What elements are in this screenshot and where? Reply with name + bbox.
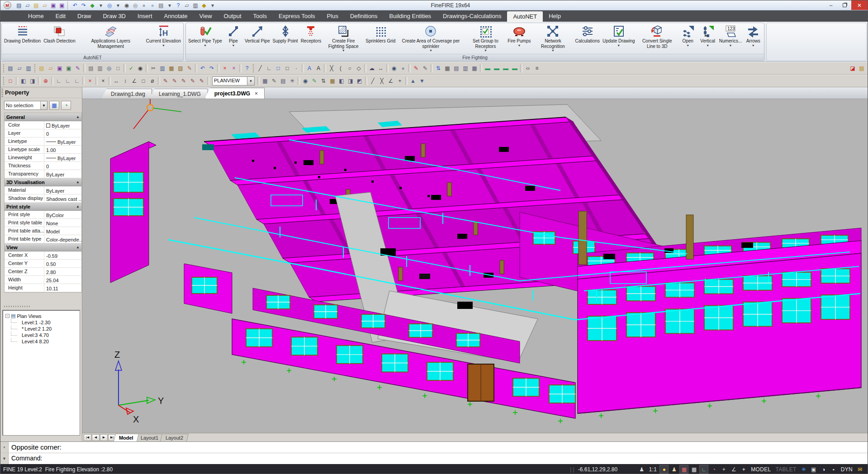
app-logo-icon[interactable]: M [1, 1, 13, 10]
dim-icon[interactable]: ↔ [376, 64, 385, 73]
tab-express-tools[interactable]: Express Tools [273, 10, 321, 22]
property-row[interactable]: Center X-0.59 [5, 251, 81, 260]
cloud-icon[interactable]: ☁ [367, 64, 376, 73]
dyn-toggle[interactable]: DYN [841, 466, 853, 473]
text-dark-icon[interactable]: A [314, 64, 323, 73]
green2-icon[interactable]: ▬ [492, 64, 501, 73]
save-as-icon[interactable]: ▣ [58, 1, 66, 9]
panB-icon[interactable]: ◩ [355, 76, 364, 85]
tab-help[interactable]: Help [543, 10, 567, 22]
view-selector-combo[interactable]: PLANVIEW▼ [212, 76, 255, 85]
save-pen-icon[interactable]: ✎ [73, 64, 82, 73]
tray-envelope-icon[interactable]: ✉ [855, 465, 864, 474]
document-tab-learning-1-dwg[interactable]: Learning_1.DWG [149, 89, 208, 99]
pdim5-icon[interactable]: ✎ [197, 76, 206, 85]
pencil2-icon[interactable]: ✎ [270, 76, 279, 85]
tablep-icon[interactable]: ▦ [328, 76, 337, 85]
ribbon-button-convert-single-line-to-3d[interactable]: Convert Single Line to 3D [636, 24, 678, 54]
swap-icon[interactable]: ⇅ [434, 64, 443, 73]
help-icon[interactable]: ? [174, 1, 182, 9]
dimplus-icon[interactable]: + [395, 76, 404, 85]
ribbon-button-drawing-definition[interactable]: Drawing Definition [3, 24, 42, 54]
ribbon-button-clash-detection[interactable]: Clash Detection [42, 24, 77, 54]
command-expand-icon[interactable]: ▼ [0, 453, 9, 464]
grid-icon[interactable]: ▦ [689, 465, 698, 474]
osnap-icon[interactable]: + [719, 465, 728, 474]
property-value[interactable]: ByLayer [44, 186, 81, 194]
corner1-icon[interactable]: ∟ [54, 76, 63, 85]
dimd-icon[interactable]: ø [148, 76, 157, 85]
tree-item-level[interactable]: *Level:2 1.20 [5, 325, 79, 332]
tree-item-level[interactable]: Level:4 8.20 [5, 338, 79, 344]
corner3-icon[interactable]: ∟ [72, 76, 81, 85]
sphere-gray-icon[interactable]: ● [140, 1, 148, 9]
tab-definitions[interactable]: Definitions [344, 10, 384, 22]
ribbon-button-applications-layers-management[interactable]: Applications Layers Management [77, 24, 145, 54]
document-tab-project3-dwg[interactable]: project3.DWG× [205, 88, 265, 99]
property-row[interactable]: Print table typeColor-depende... [5, 235, 81, 243]
shapes-icon[interactable]: ◇ [354, 64, 363, 73]
property-value[interactable]: ByLayer [44, 170, 81, 178]
dimv-icon[interactable]: ↕ [121, 76, 130, 85]
list-yellow-icon[interactable]: ▤ [857, 64, 866, 73]
property-row[interactable]: Layer0 [5, 129, 81, 137]
person-icon[interactable]: ♟ [637, 465, 646, 474]
sortud-icon[interactable]: ⇅ [319, 76, 328, 85]
ellipse-icon[interactable]: ○ [345, 64, 354, 73]
sphere-icon[interactable]: ● [398, 64, 408, 73]
del-red-icon[interactable]: × [220, 64, 229, 73]
layers-icon[interactable]: ▣ [809, 465, 818, 474]
ribbon-button-receptors[interactable]: Receptors [299, 24, 323, 54]
pencil-red-icon[interactable]: ✎ [412, 64, 421, 73]
ribbon-button-calculations[interactable]: Calculations [574, 24, 601, 54]
globe-dark-icon[interactable]: ◉ [123, 1, 131, 9]
bld-doc-icon[interactable]: ▤ [15, 1, 23, 9]
property-value[interactable]: Color-depende... [44, 235, 81, 243]
green1-icon[interactable]: ▬ [483, 64, 492, 73]
dimr-icon[interactable]: □ [139, 76, 148, 85]
property-row[interactable]: LinetypeByLayer [5, 137, 81, 146]
pencil-icon[interactable]: ✎ [421, 64, 430, 73]
chevron-down-icon[interactable]: ▼ [247, 76, 255, 85]
bld-doc-icon[interactable]: ▤ [6, 64, 15, 73]
ribbon-button-set-group-to-receptors[interactable]: Set Group to Receptors▼ [465, 24, 506, 54]
ribbon-button-vertical[interactable]: Vertical▼ [698, 24, 718, 54]
find-icon[interactable]: ◉ [136, 64, 145, 73]
zoom-icon[interactable]: ◎ [105, 1, 114, 9]
eye-icon[interactable]: ◉ [301, 76, 310, 85]
minimize-button[interactable]: – [824, 0, 838, 10]
save-icon[interactable]: ▣ [55, 64, 64, 73]
layout-tab-layout2[interactable]: Layout2 [160, 434, 189, 441]
toggle-pickadd-button[interactable]: ◔ [61, 101, 71, 110]
tab-home[interactable]: Home [22, 10, 50, 22]
property-value[interactable]: Shadows cast ... [44, 194, 81, 202]
pan-icon[interactable]: ◆ [88, 1, 96, 9]
property-value[interactable]: 10.11 [44, 284, 81, 292]
new-drawing-icon[interactable]: ▤ [32, 1, 40, 9]
line2-icon[interactable]: ╱ [368, 76, 377, 85]
layout-tab-model[interactable]: Model [114, 434, 139, 441]
ribbon-button-select-pipe-type[interactable]: Select Pipe Type▼ [187, 24, 223, 54]
save-icon[interactable]: ▣ [49, 1, 57, 9]
ribbon-button-network-recognition[interactable]: Network Recognition▼ [532, 24, 574, 54]
restore-button[interactable] [838, 0, 851, 10]
property-row[interactable]: Print style tableNone [5, 219, 81, 227]
lwt-icon[interactable]: + [739, 465, 748, 474]
sphere-blue-icon[interactable]: ● [148, 1, 157, 9]
property-row[interactable]: Width25.04 [5, 276, 81, 284]
save-table-icon[interactable]: ▣ [64, 64, 73, 73]
pdim4-icon[interactable]: ✎ [188, 76, 197, 85]
ribbon-button-arrows[interactable]: Arrows▼ [743, 24, 763, 54]
paste-icon[interactable]: ▦ [167, 64, 176, 73]
property-value[interactable]: ByLayer [44, 121, 81, 129]
otrack-icon[interactable]: ∠ [729, 465, 738, 474]
tab-plus[interactable]: Plus [321, 10, 344, 22]
close-button[interactable]: ✕ [851, 0, 868, 10]
paste2-icon[interactable]: ▧ [176, 64, 185, 73]
toolbar2-grip[interactable] [3, 77, 5, 85]
toolbar1-grip[interactable] [252, 64, 255, 72]
dimh-icon[interactable]: ↔ [112, 76, 121, 85]
xline-icon[interactable]: ╳ [327, 64, 336, 73]
arrup-icon[interactable]: ▲ [408, 76, 417, 85]
grid1-icon[interactable]: ▤ [452, 64, 461, 73]
